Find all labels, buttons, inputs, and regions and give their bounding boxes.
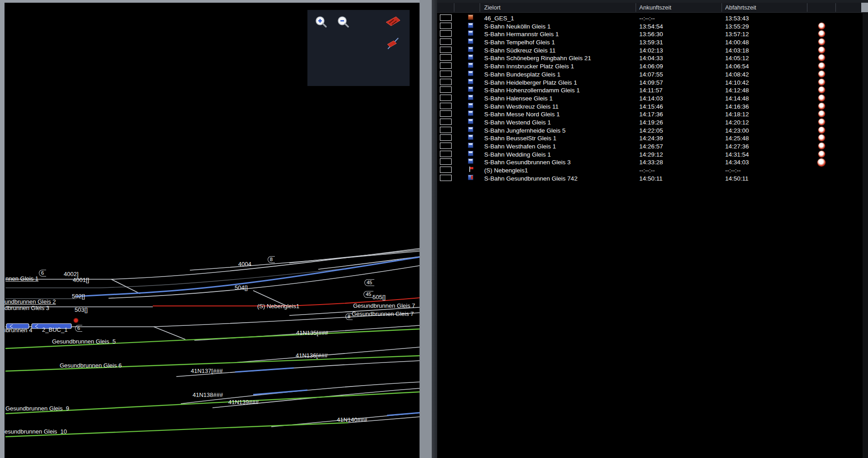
departure-cell: 14:23:00 (725, 127, 793, 135)
row-select-checkbox[interactable] (440, 47, 452, 53)
zoom-in-button[interactable] (315, 15, 330, 29)
row-select-checkbox[interactable] (440, 103, 452, 109)
row-select-checkbox[interactable] (440, 151, 452, 157)
row-select-checkbox[interactable] (440, 38, 452, 45)
row-select-checkbox[interactable] (440, 110, 452, 117)
timetable-row[interactable]: S-Bahn Hohenzollerndamm Gleis 1 14:11:57… (437, 86, 868, 95)
arrival-cell: 13:54:54 (639, 23, 707, 31)
header-ankunftszeit[interactable]: Ankunftszeit (639, 3, 671, 12)
red-flag-icon (385, 15, 401, 27)
row-select-checkbox[interactable] (440, 23, 452, 29)
timetable-row[interactable]: S-Bahn Westend Gleis 1 14:19:26 14:20:12 (437, 119, 868, 127)
track-diagram-panel[interactable]: 4004 8 4002] 6 4001[] nnen Gleis 1 504[]… (5, 3, 420, 458)
platform-label[interactable]: Gesundbrunnen Gleis 6 (60, 362, 122, 369)
row-select-checkbox[interactable] (440, 14, 452, 21)
timetable-row[interactable]: S-Bahn Jungfernheide Gleis 5 14:22:05 14… (437, 127, 868, 135)
row-select-checkbox[interactable] (440, 79, 452, 85)
arrival-cell: --:--:-- (639, 14, 707, 23)
timetable-row[interactable]: S-Bahn Westkreuz Gleis 11 14:15:46 14:16… (437, 103, 868, 111)
header-zielort[interactable]: Zielort (484, 3, 500, 12)
timetable-row[interactable]: 46_GES_1 --:--:-- 13:53:43 (437, 14, 868, 23)
row-select-checkbox[interactable] (440, 62, 452, 69)
row-type-icon (468, 86, 473, 92)
destination-cell: S-Bahn Messe Nord Gleis 1 (484, 110, 638, 119)
column-separator (480, 3, 480, 12)
destination-cell: 46_GES_1 (484, 14, 638, 23)
departure-cell: 14:27:36 (725, 143, 793, 151)
departure-cell: 13:55:29 (725, 23, 793, 31)
red-flag-connector-button[interactable] (386, 37, 401, 51)
zoom-out-button[interactable] (337, 15, 352, 29)
timetable-row[interactable]: S-Bahn Bundesplatz Gleis 1 14:07:55 14:0… (437, 71, 868, 79)
platform-label[interactable]: Gesundbrunnen Gleis 5 (52, 338, 116, 345)
signal-flag-label[interactable]: 45 (364, 279, 374, 286)
timetable-row[interactable]: S-Bahn Halensee Gleis 1 14:14:03 14:14:4… (437, 95, 868, 103)
timetable-row[interactable]: S-Bahn Gesundbrunnen Gleis 742 14:50:11 … (437, 175, 868, 183)
signal-dot-icon[interactable] (74, 318, 78, 323)
platform-label[interactable]: undbrunnen Gleis 2 (5, 298, 56, 305)
timetable-row[interactable]: S-Bahn Gesundbrunnen Gleis 3 14:33:28 14… (437, 158, 868, 167)
platform-label[interactable]: esundbrunnen Gleis 10 (5, 428, 67, 435)
arrival-cell: 14:19:26 (639, 119, 707, 127)
destination-cell: S-Bahn Hermannstr Gleis 1 (484, 30, 638, 38)
zoom-in-icon (315, 15, 328, 29)
row-type-icon (468, 127, 473, 132)
row-type-icon (468, 119, 473, 124)
timetable-row[interactable]: S-Bahn Neukölln Gleis 1 13:54:54 13:55:2… (437, 23, 868, 31)
platform-label[interactable]: ibrunnen 4 (5, 327, 32, 334)
row-select-checkbox[interactable] (440, 143, 452, 149)
stop-signal-icon (818, 110, 825, 117)
row-select-checkbox[interactable] (440, 95, 452, 101)
signal-flag-label[interactable]: 6 (39, 270, 46, 277)
platform-label[interactable]: Gesundbrunnen Gleis 7 (352, 310, 414, 317)
destination-cell: S-Bahn Westend Gleis 1 (484, 119, 638, 127)
arrival-cell: 14:09:57 (639, 79, 707, 87)
scrollbar-corner (861, 3, 868, 12)
timetable-row[interactable]: S-Bahn Wedding Gleis 1 14:29:12 14:31:54 (437, 151, 868, 159)
stop-signal-icon (818, 103, 825, 110)
departure-cell: 14:05:12 (725, 54, 793, 62)
timetable-row[interactable]: S-Bahn Tempelhof Gleis 1 13:59:31 14:00:… (437, 38, 868, 47)
timetable-row[interactable]: S-Bahn Innsbrucker Platz Gleis 1 14:06:0… (437, 62, 868, 71)
platform-label[interactable]: (S) Nebengleis1 (257, 303, 299, 310)
signal-flag-label[interactable]: 8 (268, 256, 275, 263)
timetable-row[interactable]: S-Bahn Westhafen Gleis 1 14:26:57 14:27:… (437, 143, 868, 151)
platform-label[interactable]: dbrunnen Gleis 3 (5, 305, 49, 311)
row-select-checkbox[interactable] (440, 167, 452, 173)
row-select-checkbox[interactable] (440, 134, 452, 141)
platform-label[interactable]: Gesundbrunnen Gleis 9 (5, 405, 69, 412)
stop-signal-icon (818, 54, 825, 61)
timetable-row[interactable]: S-Bahn Schöneberg Ringbahn Gleis 21 14:0… (437, 54, 868, 62)
row-select-checkbox[interactable] (440, 175, 452, 181)
track-label: 41N136[### (296, 352, 328, 359)
signal-flag-label[interactable]: 45 (363, 291, 373, 298)
row-select-checkbox[interactable] (440, 158, 452, 165)
arrival-cell: 14:11:57 (639, 86, 707, 95)
timetable-row[interactable]: S-Bahn BeusselStr Gleis 1 14:24:39 14:25… (437, 134, 868, 143)
timetable-row[interactable]: S-Bahn Messe Nord Gleis 1 14:17:36 14:18… (437, 110, 868, 119)
track-label: 505[] (373, 294, 386, 301)
platform-label[interactable]: nnen Gleis 1 (5, 275, 38, 282)
platform-label[interactable]: Gesundbrunnen Gleis 7 (353, 302, 415, 309)
destination-cell: S-Bahn Heidelberger Platz Gleis 1 (484, 79, 638, 87)
row-select-checkbox[interactable] (440, 86, 452, 93)
train-id-label[interactable]: 2_BUC_1 (42, 326, 67, 333)
row-select-checkbox[interactable] (440, 54, 452, 61)
red-flag-button[interactable] (385, 15, 401, 29)
row-select-checkbox[interactable] (440, 71, 452, 77)
timetable-row[interactable]: S-Bahn Heidelberger Platz Gleis 1 14:09:… (437, 79, 868, 87)
row-select-checkbox[interactable] (440, 30, 452, 37)
departure-cell: 14:16:36 (725, 103, 793, 111)
timetable-row[interactable]: S-Bahn Hermannstr Gleis 1 13:56:30 13:57… (437, 30, 868, 38)
row-type-icon (468, 62, 473, 68)
row-select-checkbox[interactable] (440, 127, 452, 133)
header-abfahrtszeit[interactable]: Abfahrtszeit (725, 3, 756, 12)
timetable-row[interactable]: S-Bahn Südkreuz Gleis 11 14:02:13 14:03:… (437, 47, 868, 55)
destination-cell: S-Bahn Schöneberg Ringbahn Gleis 21 (484, 54, 638, 62)
row-select-checkbox[interactable] (440, 119, 452, 125)
signal-flag-label[interactable]: 6 (75, 325, 82, 332)
row-type-icon (468, 167, 473, 172)
panel-splitter[interactable] (420, 0, 437, 458)
stop-signal-icon (818, 71, 825, 77)
timetable-row[interactable]: (S) Nebengleis1 --:--:-- --:--:-- (437, 167, 868, 175)
